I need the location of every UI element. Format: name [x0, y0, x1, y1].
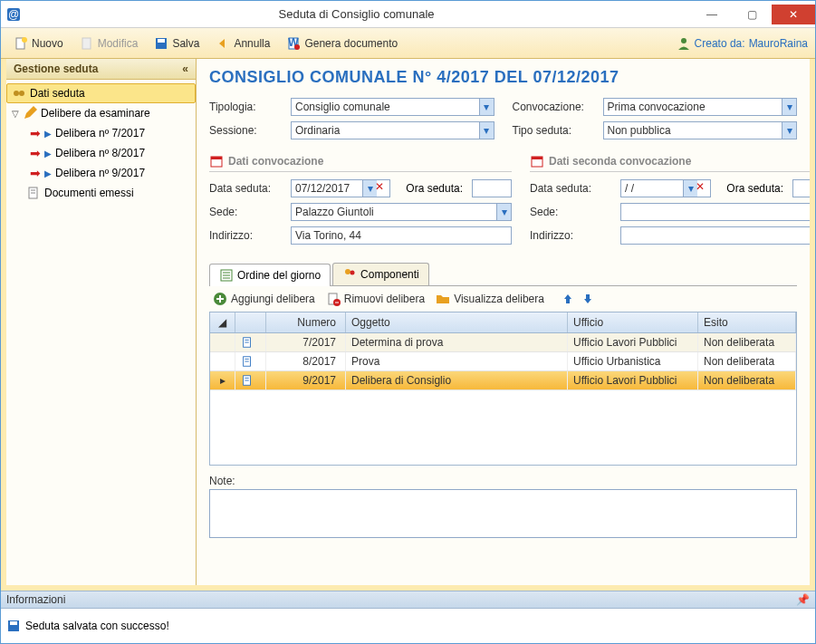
move-down-icon[interactable]: [581, 292, 595, 306]
tabs: Ordine del giorno Componenti: [209, 263, 797, 286]
tipologia-select[interactable]: Consiglio comunale ▾: [291, 98, 494, 116]
rimuovi-button[interactable]: Rimuovi delibera: [326, 292, 425, 306]
row-oggetto: Determina di prova: [346, 333, 568, 351]
titlebar: @ Seduta di Consiglio comunale ― ▢ ✕: [1, 1, 815, 28]
gh-oggetto[interactable]: Oggetto: [346, 312, 568, 332]
grid-body: 7/2017Determina di provaUfficio Lavori P…: [210, 333, 796, 390]
data-seduta1-value: 07/12/2017: [295, 182, 350, 195]
tree-delibera-1[interactable]: ➡ ▶ Delibera nº 8/2017: [6, 143, 196, 163]
tab-toolbar: Aggiungi delibera Rimuovi delibera Visua…: [209, 286, 797, 312]
dropdown-icon: ▾: [782, 122, 796, 139]
gh-numero[interactable]: Numero: [266, 312, 346, 332]
arrow-icon: ➡: [30, 146, 41, 160]
data-seduta2-input[interactable]: / / ▾✕: [620, 179, 711, 197]
gh-icon: [235, 312, 266, 332]
indirizzo2-label: Indirizzo:: [530, 229, 611, 242]
grid-row[interactable]: 8/2017ProvaUfficio UrbanisticaNon delibe…: [210, 352, 796, 371]
calendar-icon: [530, 154, 544, 168]
tipo-seduta-value: Non pubblica: [608, 124, 671, 137]
genera-button[interactable]: W Genera documento: [281, 34, 403, 53]
convocazione-value: Prima convocazione: [608, 101, 706, 113]
tab-componenti[interactable]: Componenti: [332, 263, 429, 285]
window-controls: ― ▢ ✕: [692, 5, 815, 24]
clear-icon[interactable]: ✕: [373, 180, 386, 197]
status-message: Seduta salvata con successo!: [25, 620, 169, 632]
tree-delibere-esaminare[interactable]: ▽ Delibere da esaminare: [6, 103, 196, 123]
minimize-button[interactable]: ―: [692, 5, 732, 24]
row-doc-icon: [235, 333, 266, 351]
tipo-seduta-label: Tipo seduta:: [513, 124, 594, 137]
document-icon: W: [286, 36, 301, 51]
tree-delibera-0-label: Delibera nº 7/2017: [55, 127, 145, 139]
tipo-seduta-select[interactable]: Non pubblica ▾: [603, 121, 798, 139]
pencil-icon: [23, 106, 37, 120]
collapse-icon[interactable]: «: [182, 62, 188, 75]
sede2-select[interactable]: ▾: [620, 203, 810, 221]
svg-point-11: [14, 91, 19, 96]
nuovo-button[interactable]: Nuovo: [8, 34, 69, 53]
tree-delibere-label: Delibere da esaminare: [41, 107, 150, 120]
gh-esito[interactable]: Esito: [698, 312, 796, 332]
salva-button[interactable]: Salva: [149, 34, 205, 53]
modifica-button[interactable]: Modifica: [74, 34, 144, 53]
tree-delibera-2[interactable]: ➡ ▶ Delibera nº 9/2017: [6, 163, 196, 183]
clear-icon[interactable]: ✕: [694, 180, 706, 197]
ora-seduta1-label: Ora seduta:: [399, 182, 463, 195]
sidebar-title: Gestione seduta: [14, 62, 98, 75]
sede1-select[interactable]: Palazzo Giuntoli ▾: [291, 203, 512, 221]
list-icon: [219, 268, 234, 283]
grid-header: ◢ Numero Oggetto Ufficio Esito: [210, 312, 796, 333]
annulla-button[interactable]: Annulla: [210, 34, 275, 53]
svg-point-24: [345, 269, 350, 274]
row-ufficio: Ufficio Urbanistica: [568, 352, 698, 370]
main-panel: CONSIGLIO COMUNALE N° 4/2017 DEL 07/12/2…: [197, 59, 810, 585]
tipologia-value: Consiglio comunale: [295, 101, 390, 113]
triangle-icon: ▶: [44, 129, 52, 139]
gh-handle: ◢: [210, 312, 235, 332]
sessione-select[interactable]: Ordinaria ▾: [291, 121, 494, 139]
visualizza-button[interactable]: Visualizza delibera: [436, 292, 544, 306]
svg-point-10: [681, 38, 686, 43]
dropdown-icon: ▾: [782, 99, 796, 115]
dropdown-icon: ▾: [479, 122, 494, 139]
annulla-label: Annulla: [234, 37, 270, 50]
arrow-icon: ➡: [30, 166, 41, 180]
convocazione-select[interactable]: Prima convocazione ▾: [603, 98, 798, 116]
close-button[interactable]: ✕: [772, 5, 815, 24]
aggiungi-button[interactable]: Aggiungi delibera: [213, 292, 315, 306]
page-title: CONSIGLIO COMUNALE N° 4/2017 DEL 07/12/2…: [209, 68, 797, 87]
gh-ufficio[interactable]: Ufficio: [568, 312, 698, 332]
row-handle: [210, 352, 235, 370]
svg-point-25: [350, 271, 355, 275]
created-by: Creato da: MauroRaina: [677, 36, 808, 51]
indirizzo1-label: Indirizzo:: [209, 229, 282, 242]
tree-dati-seduta[interactable]: Dati seduta: [6, 83, 196, 103]
window-title: Seduta di Consiglio comunale: [21, 7, 692, 21]
data-seduta1-input[interactable]: 07/12/2017 ▾✕: [291, 179, 390, 197]
delibere-grid: ◢ Numero Oggetto Ufficio Esito 7/2017Det…: [209, 312, 797, 466]
undo-icon: [216, 36, 230, 51]
indirizzo1-input[interactable]: [291, 226, 512, 245]
note-textarea[interactable]: [209, 489, 797, 538]
tab-ordine[interactable]: Ordine del giorno: [209, 264, 331, 286]
row-numero: 8/2017: [266, 352, 346, 370]
add-icon: [213, 292, 227, 306]
aggiungi-label: Aggiungi delibera: [231, 293, 315, 305]
row-ufficio: Ufficio Lavori Pubblici: [568, 333, 698, 351]
grid-row[interactable]: 7/2017Determina di provaUfficio Lavori P…: [210, 333, 796, 352]
move-up-icon[interactable]: [561, 292, 575, 306]
ora-seduta1-input[interactable]: [472, 179, 512, 197]
indirizzo2-input[interactable]: [620, 226, 810, 245]
maximize-button[interactable]: ▢: [732, 5, 772, 24]
status-header-label: Informazioni: [6, 593, 65, 606]
sede1-value: Palazzo Giuntoli: [295, 206, 374, 218]
sessione-value: Ordinaria: [295, 124, 340, 137]
grid-row[interactable]: ▸9/2017Delibera di ConsiglioUfficio Lavo…: [210, 371, 796, 390]
save-icon: [154, 36, 168, 51]
tree-delibera-0[interactable]: ➡ ▶ Delibera nº 7/2017: [6, 123, 196, 143]
row-esito: Non deliberata: [698, 352, 796, 370]
row-numero: 9/2017: [266, 371, 346, 389]
pin-icon[interactable]: 📌: [796, 593, 810, 606]
tree-documenti-emessi[interactable]: Documenti emessi: [6, 183, 196, 203]
ora-seduta2-input[interactable]: [792, 179, 810, 197]
